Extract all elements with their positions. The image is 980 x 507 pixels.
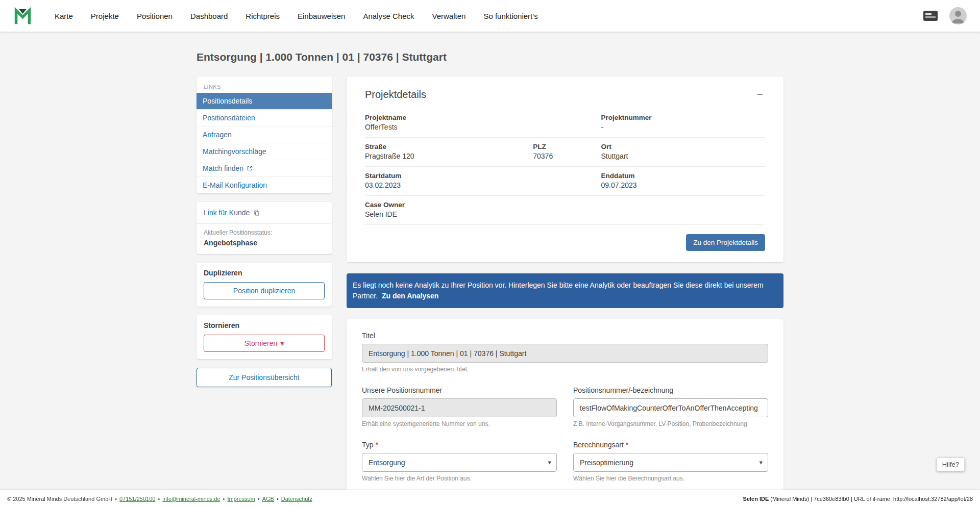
banner-analyses-link[interactable]: Zu den Analysen [382, 292, 439, 300]
typ-group: Typ * Entsorgung ▾ Wählen Sie hier die A… [362, 441, 557, 482]
collapse-icon[interactable]: − [754, 89, 765, 100]
footer-left: © 2025 Mineral Minds Deutschland GmbH • … [7, 496, 312, 502]
nav-item-so-funktionierts[interactable]: So funktioniert's [483, 12, 537, 20]
footer-separator: • [158, 496, 160, 502]
duplicate-header: Duplizieren [204, 269, 325, 277]
footer: © 2025 Mineral Minds Deutschland GmbH • … [0, 490, 980, 507]
customer-link-label: Link für Kunde [204, 209, 250, 217]
copy-icon [253, 210, 260, 216]
nav-item-dashboard[interactable]: Dashboard [190, 12, 228, 20]
status-label: Aktueller Positionsstatus: [204, 229, 325, 236]
typ-label: Typ * [362, 441, 557, 449]
page-title: Entsorgung | 1.000 Tonnen | 01 | 70376 |… [197, 51, 783, 63]
sidebar-item-positionsdetails[interactable]: Positionsdetails [197, 93, 332, 109]
projektnummer-label: Projektnummer [601, 114, 765, 121]
cancel-button-label: Stornieren [244, 339, 278, 347]
table-row: Case Owner Selen IDE [365, 196, 765, 225]
bezeichnung-label: Positionsnummer/-bezeichnung [573, 386, 768, 394]
sidebar-item-email-konfiguration[interactable]: E-Mail Konfiguration [197, 176, 332, 193]
bezeichnung-helper: Z.B. Interne-Vorgangsnummer, LV-Position… [573, 420, 768, 427]
analytics-banner: Es liegt noch keine Analytik zu Ihrer Po… [347, 273, 783, 308]
project-details-card: Projektdetails − Projektname OfferTests … [347, 77, 783, 262]
footer-datenschutz-link[interactable]: Datenschutz [281, 496, 312, 502]
footer-email-link[interactable]: info@mineral-minds.de [162, 496, 220, 502]
footer-user-rest: (Mineral Minds) | 7ce360e83fb0 | URL of … [770, 496, 973, 502]
positionsnummer-label: Unsere Positionsnummer [362, 386, 557, 394]
required-asterisk: * [375, 441, 378, 449]
table-row: Straße Pragstraße 120 PLZ 70376 Ort Stut… [365, 138, 765, 167]
strasse-label: Straße [365, 143, 533, 150]
projektname-label: Projektname [365, 114, 601, 121]
links-header: LINKS [197, 81, 332, 93]
top-nav: Karte Projekte Positionen Dashboard Rich… [0, 0, 980, 32]
footer-impressum-link[interactable]: Impressum [227, 496, 255, 502]
typ-select[interactable]: Entsorgung ▾ [362, 453, 557, 472]
logo[interactable] [13, 7, 32, 26]
header-actions [923, 7, 967, 24]
sidebar-item-anfragen[interactable]: Anfragen [197, 126, 332, 143]
nav-item-verwalten[interactable]: Verwalten [432, 12, 466, 20]
required-asterisk: * [626, 441, 628, 449]
sidebar-item-matchingvorschlaege[interactable]: Matchingvorschläge [197, 143, 332, 160]
sidebar-item-match-finden[interactable]: Match finden [197, 160, 332, 176]
berechnungsart-helper: Wählen Sie hier die Berechnungsart aus. [573, 475, 768, 482]
chevron-down-icon: ▾ [759, 459, 763, 466]
cancel-header: Stornieren [204, 321, 325, 329]
status-badge: Angebotsphase [204, 239, 325, 247]
nav-item-richtpreis[interactable]: Richtpreis [246, 12, 280, 20]
project-details-table: Projektname OfferTests Projektnummer - S… [365, 109, 765, 225]
typ-select-value: Entsorgung [369, 459, 405, 467]
footer-separator: • [223, 496, 225, 502]
footer-separator: • [115, 496, 117, 502]
ort-value: Stuttgart [601, 152, 765, 160]
berechnungsart-select[interactable]: Preisoptimierung ▾ [573, 453, 768, 472]
cancel-card: Stornieren Stornieren ▾ [197, 315, 332, 359]
bezeichnung-input[interactable] [573, 398, 768, 417]
divider [197, 223, 332, 224]
typ-helper: Wählen Sie hier die Art der Position aus… [362, 475, 557, 482]
footer-phone-link[interactable]: 07151/250100 [119, 496, 155, 502]
titel-label: Titel [362, 332, 768, 340]
sidebar-item-positionsdateien[interactable]: Positionsdateien [197, 109, 332, 126]
footer-user-name: Selen IDE [743, 496, 769, 502]
footer-copyright: © 2025 Mineral Minds Deutschland GmbH [7, 496, 112, 502]
berechnungsart-group: Berechnungsart * Preisoptimierung ▾ Wähl… [573, 441, 768, 482]
duplicate-card: Duplizieren Position duplizieren [197, 263, 332, 307]
footer-separator: • [258, 496, 260, 502]
sidebar-item-label: Match finden [203, 164, 243, 172]
chevron-down-icon: ▾ [280, 339, 284, 347]
mineral-minds-logo-icon [13, 7, 32, 26]
sidebar: LINKS Positionsdetails Positionsdateien … [197, 77, 332, 387]
nav-item-projekte[interactable]: Projekte [91, 12, 119, 20]
titel-helper: Erhält den von uns vorgegebenen Titel. [362, 366, 768, 373]
sidebar-links-card: LINKS Positionsdetails Positionsdateien … [197, 77, 332, 193]
page-container: Entsorgung | 1.000 Tonnen | 01 | 70376 |… [197, 32, 783, 507]
strasse-value: Pragstraße 120 [365, 152, 533, 160]
enddatum-value: 09.07.2023 [601, 181, 765, 189]
status-card: Link für Kunde Aktueller Positionsstatus… [197, 202, 332, 254]
position-form-card: Titel Erhält den von uns vorgegebenen Ti… [347, 319, 783, 507]
position-overview-button[interactable]: Zur Positionsübersicht [197, 368, 332, 387]
nav-item-positionen[interactable]: Positionen [137, 12, 173, 20]
nav-item-analyse-check[interactable]: Analyse Check [363, 12, 414, 20]
chevron-down-icon: ▾ [548, 459, 551, 466]
external-link-icon [247, 165, 253, 171]
case-owner-value: Selen IDE [365, 210, 601, 218]
project-details-button[interactable]: Zu den Projektdetails [686, 234, 765, 251]
nav-item-karte[interactable]: Karte [55, 12, 73, 20]
avatar[interactable] [949, 7, 967, 24]
project-details-title: Projektdetails [365, 89, 426, 100]
case-owner-label: Case Owner [365, 201, 601, 209]
help-button[interactable]: Hilfe? [937, 458, 965, 471]
positionsnummer-group: Unsere Positionsnummer Erhält eine syste… [362, 386, 557, 427]
main-content: Projektdetails − Projektname OfferTests … [347, 77, 783, 507]
footer-separator: • [277, 496, 279, 502]
ort-label: Ort [601, 143, 765, 150]
duplicate-position-button[interactable]: Position duplizieren [204, 282, 325, 299]
cancel-position-button[interactable]: Stornieren ▾ [204, 335, 325, 352]
footer-agb-link[interactable]: AGB [262, 496, 274, 502]
nav-item-einbauweisen[interactable]: Einbauweisen [298, 12, 345, 20]
card-icon[interactable] [923, 10, 938, 21]
customer-link[interactable]: Link für Kunde [204, 209, 260, 217]
startdatum-label: Startdatum [365, 172, 601, 180]
